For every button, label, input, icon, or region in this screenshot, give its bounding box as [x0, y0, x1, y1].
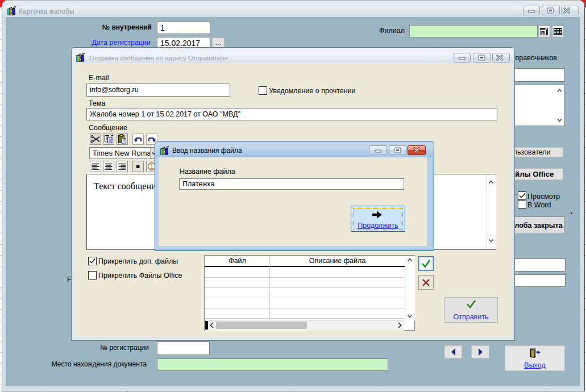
svg-text:1: 1 — [150, 164, 153, 170]
